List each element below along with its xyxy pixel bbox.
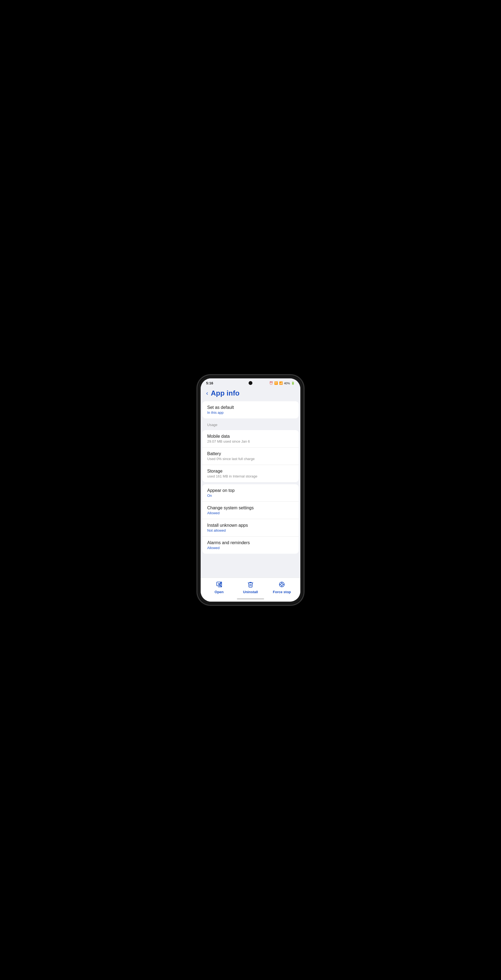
battery-level: 40% [284,382,290,385]
set-as-default-card: Set as default In this app [202,401,299,418]
usage-section-label: Usage [201,421,300,428]
set-as-default-item[interactable]: Set as default In this app [202,401,299,418]
status-time: 5:16 [206,381,213,385]
uninstall-label: Uninstall [243,590,258,594]
mobile-data-item[interactable]: Mobile data 29.07 MB used since Jan 6 [202,430,299,447]
change-system-settings-title: Change system settings [207,506,294,511]
camera-notch [248,381,253,385]
force-stop-button[interactable]: Force stop [272,581,291,594]
back-button[interactable]: ‹ [206,390,208,396]
alarms-reminders-subtitle: Allowed [207,546,294,550]
signal-icon: 📶 [279,381,283,385]
uninstall-icon [247,581,254,589]
alarms-reminders-item[interactable]: Alarms and reminders Allowed [202,536,299,554]
appear-on-top-subtitle: On [207,493,294,498]
wifi-icon: 🛜 [274,381,278,385]
open-label: Open [215,590,224,594]
svg-point-3 [281,583,283,585]
battery-title: Battery [207,451,294,456]
svg-line-1 [218,584,222,587]
permissions-card: Appear on top On Change system settings … [202,484,299,554]
mobile-data-subtitle: 29.07 MB used since Jan 6 [207,439,294,444]
change-system-settings-item[interactable]: Change system settings Allowed [202,502,299,519]
bottom-bar: Open Uninstall [201,578,300,596]
install-unknown-apps-item[interactable]: Install unknown apps Not allowed [202,519,299,536]
home-indicator-bar [237,598,264,600]
phone-screen: 5:16 ⏰ 🛜 📶 40% 🔋 ‹ App info Set as defau… [201,379,300,601]
appear-on-top-title: Appear on top [207,488,294,493]
status-bar: 5:16 ⏰ 🛜 📶 40% 🔋 [201,379,300,386]
storage-item[interactable]: Storage used 161 MB in Internal storage [202,465,299,482]
open-button[interactable]: Open [210,581,229,594]
storage-title: Storage [207,469,294,474]
change-system-settings-subtitle: Allowed [207,511,294,515]
alarm-icon: ⏰ [269,381,273,385]
battery-item[interactable]: Battery Used 0% since last full charge [202,447,299,465]
install-unknown-apps-subtitle: Not allowed [207,528,294,533]
uninstall-button[interactable]: Uninstall [241,581,260,594]
set-as-default-title: Set as default [207,405,294,410]
force-stop-icon [278,581,285,589]
page-title: App info [211,389,239,398]
battery-icon: 🔋 [291,381,295,385]
battery-subtitle: Used 0% since last full charge [207,457,294,461]
mobile-data-title: Mobile data [207,434,294,439]
storage-subtitle: used 161 MB in Internal storage [207,474,294,478]
force-stop-label: Force stop [273,590,291,594]
home-indicator [201,596,300,601]
status-icons: ⏰ 🛜 📶 40% 🔋 [269,381,295,385]
appear-on-top-item[interactable]: Appear on top On [202,484,299,502]
set-as-default-subtitle: In this app [207,410,294,415]
header: ‹ App info [201,386,300,401]
phone-frame: 5:16 ⏰ 🛜 📶 40% 🔋 ‹ App info Set as defau… [197,375,304,605]
install-unknown-apps-title: Install unknown apps [207,523,294,528]
open-icon [216,581,223,589]
alarms-reminders-title: Alarms and reminders [207,540,294,545]
content-area: Set as default In this app Usage Mobile … [201,401,300,578]
usage-card: Mobile data 29.07 MB used since Jan 6 Ba… [202,430,299,482]
